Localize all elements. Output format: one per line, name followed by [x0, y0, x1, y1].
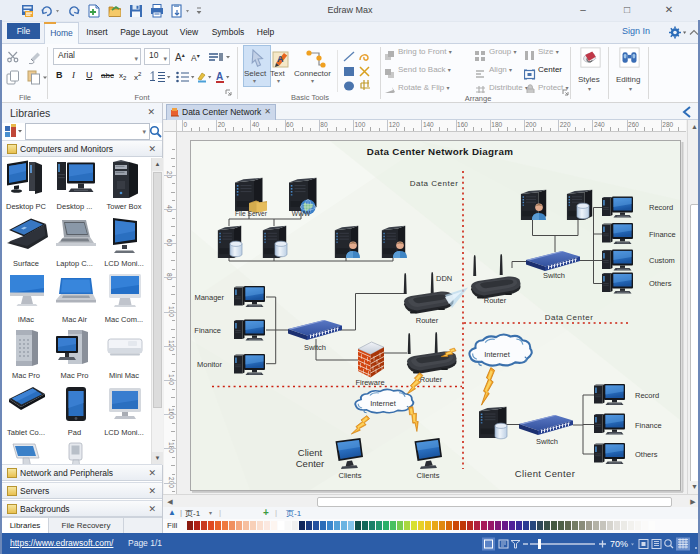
- svg-text:Manager: Manager: [194, 293, 224, 302]
- svg-text:Custom: Custom: [649, 256, 675, 265]
- svg-text:Record: Record: [649, 203, 673, 212]
- svg-text:70%: 70%: [610, 539, 628, 549]
- svg-text:Record: Record: [635, 391, 659, 400]
- svg-text:DDN: DDN: [436, 274, 452, 283]
- svg-text:Finance: Finance: [635, 421, 662, 430]
- svg-text:Internet: Internet: [370, 399, 396, 408]
- svg-text:Router: Router: [420, 375, 443, 384]
- svg-text:Internet: Internet: [484, 350, 510, 359]
- svg-text:Data Center: Data Center: [410, 179, 459, 188]
- svg-text:Clients: Clients: [339, 471, 362, 480]
- svg-text:Others: Others: [635, 450, 658, 459]
- svg-text:A: A: [277, 54, 284, 64]
- svg-text:Switch: Switch: [536, 437, 558, 446]
- svg-text:File Server: File Server: [235, 210, 268, 217]
- svg-text:Client Center: Client Center: [515, 468, 576, 479]
- svg-text:Client: Client: [298, 447, 323, 458]
- svg-text:Data Center: Data Center: [545, 313, 594, 322]
- svg-text:A: A: [216, 71, 223, 82]
- svg-text:Others: Others: [649, 279, 672, 288]
- svg-text:Fireware: Fireware: [355, 378, 384, 387]
- svg-text:Finance: Finance: [649, 230, 676, 239]
- svg-text:Data Center Network Diagram: Data Center Network Diagram: [367, 146, 513, 157]
- svg-text:Monitor: Monitor: [197, 360, 223, 369]
- svg-text:Switch: Switch: [304, 343, 326, 352]
- svg-text:Router: Router: [416, 316, 439, 325]
- svg-text:WWW: WWW: [292, 210, 311, 217]
- svg-text:Switch: Switch: [543, 271, 565, 280]
- svg-text:Clients: Clients: [417, 471, 440, 480]
- svg-text:Finance: Finance: [194, 326, 221, 335]
- svg-text:Router: Router: [484, 296, 507, 305]
- svg-text:Center: Center: [296, 458, 325, 469]
